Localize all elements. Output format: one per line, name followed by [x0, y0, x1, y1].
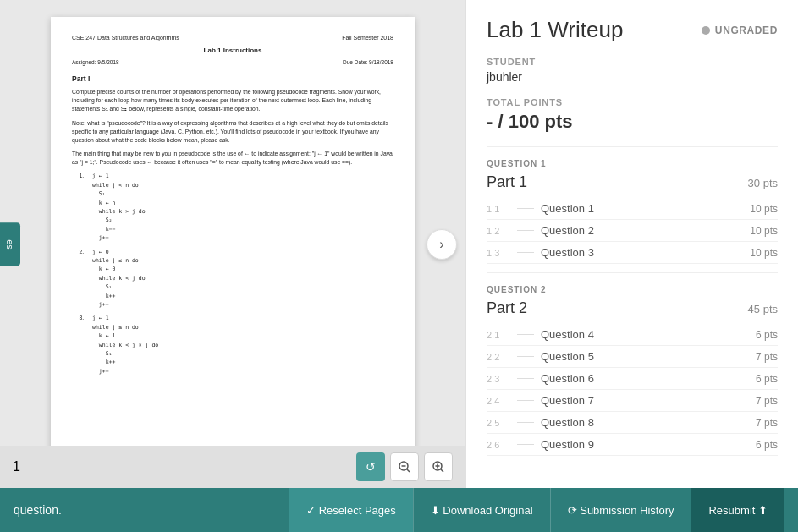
question-num: 2.6 [487, 440, 510, 450]
table-row[interactable]: 2.2 Question 5 7 pts [487, 346, 778, 368]
resubmit-button[interactable]: Resubmit ⬆ [691, 488, 784, 532]
code-block-1: j ← 1 while j < n do S₁ k ← n while k > … [85, 172, 393, 242]
question-pts: 6 pts [756, 439, 778, 451]
table-row[interactable]: 1.2 Question 2 10 pts [487, 220, 778, 242]
body-text-2: Note: what is "pseudocode"? It is a way … [72, 119, 393, 145]
question-divider [517, 208, 534, 209]
question-divider [517, 400, 534, 401]
panel-header: Lab 1 Writeup UNGRADED [487, 17, 778, 43]
divider-1 [487, 146, 778, 147]
next-page-arrow[interactable]: › [427, 229, 457, 260]
question-pts: 7 pts [756, 417, 778, 429]
download-original-button[interactable]: ⬇ Download Original [413, 488, 551, 532]
document-panel: es CSE 247 Data Structures and Algorithm… [0, 0, 465, 488]
document-scroll: CSE 247 Data Structures and Algorithms F… [0, 0, 465, 446]
reselect-pages-button[interactable]: ✓ Reselect Pages [289, 488, 413, 532]
question1-section-label: QUESTION 1 [487, 159, 778, 168]
question-pts: 10 pts [750, 247, 778, 259]
status-text: UNGRADED [715, 25, 778, 36]
body-text-1: Compute precise counts of the number of … [72, 88, 393, 114]
question1-group-name: Part 1 [487, 173, 527, 191]
question-name: Question 9 [541, 438, 756, 451]
question-name: Question 2 [541, 224, 750, 237]
status-badge: UNGRADED [702, 25, 778, 36]
question-name: Question 7 [541, 394, 756, 407]
table-row[interactable]: 1.1 Question 1 10 pts [487, 198, 778, 220]
question-num: 2.2 [487, 352, 510, 362]
submission-history-button[interactable]: ⟳ Submission History [551, 488, 692, 532]
question-pts: 10 pts [750, 203, 778, 215]
question2-section-label: QUESTION 2 [487, 285, 778, 294]
question-divider [517, 252, 534, 253]
question-num: 1.3 [487, 248, 510, 258]
body-text-3: The main thing that may be new to you in… [72, 150, 393, 167]
question-name: Question 3 [541, 246, 750, 259]
svg-line-4 [441, 469, 444, 473]
question-pts: 6 pts [756, 373, 778, 385]
question1-rows: 1.1 Question 1 10 pts 1.2 Question 2 10 … [487, 198, 778, 264]
panel-title: Lab 1 Writeup [487, 17, 623, 43]
question-num: 2.3 [487, 374, 510, 384]
question-pts: 7 pts [756, 395, 778, 407]
question2-group-header: Part 2 45 pts [487, 299, 778, 317]
question-divider [517, 378, 534, 379]
question2-rows: 2.1 Question 4 6 pts 2.2 Question 5 7 pt… [487, 324, 778, 456]
course-name: CSE 247 Data Structures and Algorithms [72, 34, 179, 42]
table-row[interactable]: 2.1 Question 4 6 pts [487, 324, 778, 346]
left-edge-tab[interactable]: es [0, 222, 20, 266]
zoom-out-button[interactable] [390, 452, 419, 481]
document-page: CSE 247 Data Structures and Algorithms F… [51, 17, 415, 446]
question-name: Question 8 [541, 416, 756, 429]
lab-title: Lab 1 Instructions [72, 46, 393, 55]
question-num: 2.4 [487, 396, 510, 406]
zoom-in-button[interactable] [424, 452, 453, 481]
document-controls: 1 ↺ [0, 446, 465, 488]
code-block-2: j ← 0 while j ≤ n do k ← 0 while k < j d… [85, 248, 393, 310]
question-name: Question 4 [541, 328, 756, 341]
question-divider [517, 334, 534, 335]
doc-dates: Assigned: 9/5/2018 Due Date: 9/18/2018 [72, 58, 393, 66]
question-divider [517, 422, 534, 423]
divider-2 [487, 272, 778, 273]
student-label: STUDENT [487, 57, 778, 67]
doc-header: CSE 247 Data Structures and Algorithms F… [72, 34, 393, 42]
total-points-label: TOTAL POINTS [487, 97, 778, 107]
table-row[interactable]: 2.6 Question 9 6 pts [487, 434, 778, 456]
assigned-date: Assigned: 9/5/2018 [72, 58, 119, 66]
due-date: Due Date: 9/18/2018 [343, 58, 393, 66]
pseudocode-list: j ← 1 while j < n do S₁ k ← n while k > … [72, 172, 393, 376]
arrow-right-icon: › [439, 237, 443, 252]
question-name: Question 1 [541, 202, 750, 215]
info-panel: Lab 1 Writeup UNGRADED STUDENT jbuhler T… [465, 0, 798, 488]
page-number: 1 [13, 459, 20, 474]
doc-button-group: ↺ [356, 452, 453, 481]
table-row[interactable]: 2.4 Question 7 7 pts [487, 390, 778, 412]
question-divider [517, 230, 534, 231]
question-divider [517, 444, 534, 445]
question-divider [517, 356, 534, 357]
zoom-in-icon [432, 460, 445, 474]
table-row[interactable]: 2.3 Question 6 6 pts [487, 368, 778, 390]
table-row[interactable]: 2.5 Question 8 7 pts [487, 412, 778, 434]
question-name: Question 5 [541, 350, 756, 363]
table-row[interactable]: 1.3 Question 3 10 pts [487, 242, 778, 264]
question-pts: 6 pts [756, 329, 778, 341]
bottom-bar-text: question. [14, 503, 289, 517]
question-num: 1.1 [487, 204, 510, 214]
code-block-3: j ← 1 while j ≤ n do k ← 1 while k < j ×… [85, 314, 393, 376]
status-dot [702, 26, 710, 35]
question-pts: 10 pts [750, 225, 778, 237]
question-num: 1.2 [487, 226, 510, 236]
total-points-value: - / 100 pts [487, 111, 778, 133]
question-name: Question 6 [541, 372, 756, 385]
question2-group-pts: 45 pts [748, 303, 778, 315]
question-num: 2.5 [487, 418, 510, 428]
question-pts: 7 pts [756, 351, 778, 363]
refresh-button[interactable]: ↺ [356, 452, 385, 481]
zoom-out-icon [398, 460, 411, 474]
student-name: jbuhler [487, 70, 778, 84]
question-num: 2.1 [487, 330, 510, 340]
part1-title: Part I [72, 74, 393, 85]
bottom-bar: question. ✓ Reselect Pages ⬇ Download Or… [0, 488, 798, 532]
question1-group-pts: 30 pts [748, 177, 778, 189]
